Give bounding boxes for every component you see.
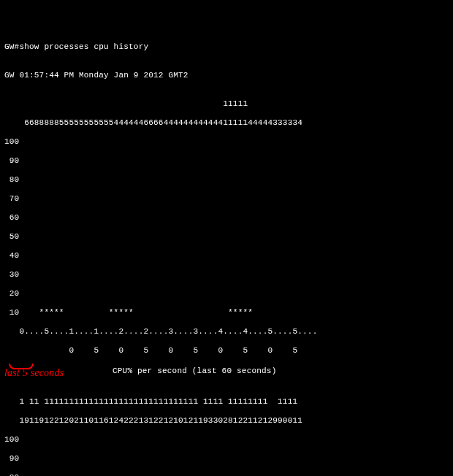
y-axis-90: 90: [4, 156, 449, 166]
timestamp: GW 01:57:44 PM Monday Jan 9 2012 GMT2: [4, 71, 449, 80]
y-axis-30: 30: [4, 270, 449, 280]
command-prompt: GW#show processes cpu history: [4, 42, 449, 52]
y-axis-20: 20: [4, 289, 449, 299]
y-axis-90: 90: [4, 454, 449, 464]
x-axis-major: 0....5....1....1....2....2....3....3....…: [4, 327, 449, 337]
y-axis-70: 70: [4, 194, 449, 204]
y-axis-40: 40: [4, 251, 449, 261]
sec-row-10: 10 ***** ***** *****: [4, 308, 449, 318]
sec-data-row: 11111: [4, 99, 449, 109]
y-axis-60: 60: [4, 213, 449, 223]
y-axis-50: 50: [4, 232, 449, 242]
sec-chart-title: CPU% per second (last 60 seconds): [113, 366, 276, 376]
y-axis-80: 80: [4, 175, 449, 185]
sec-annotation: last 5 seconds: [4, 368, 64, 377]
x-axis-minor: 0 5 0 5 0 5 0 5 0 5: [4, 346, 449, 356]
y-axis-80: 80: [4, 473, 449, 476]
min-data-row: 1 11 1111111111111111111111111111111 111…: [4, 397, 449, 407]
min-data-row: 1911912212021101161242221312212101211933…: [4, 416, 449, 426]
y-axis-100: 100: [4, 435, 449, 445]
sec-label-row: last 5 seconds CPU% per second (last 60 …: [4, 365, 449, 378]
sec-data-row: 6688888555555555554444446666444444444444…: [4, 118, 449, 128]
y-axis-100: 100: [4, 137, 449, 147]
